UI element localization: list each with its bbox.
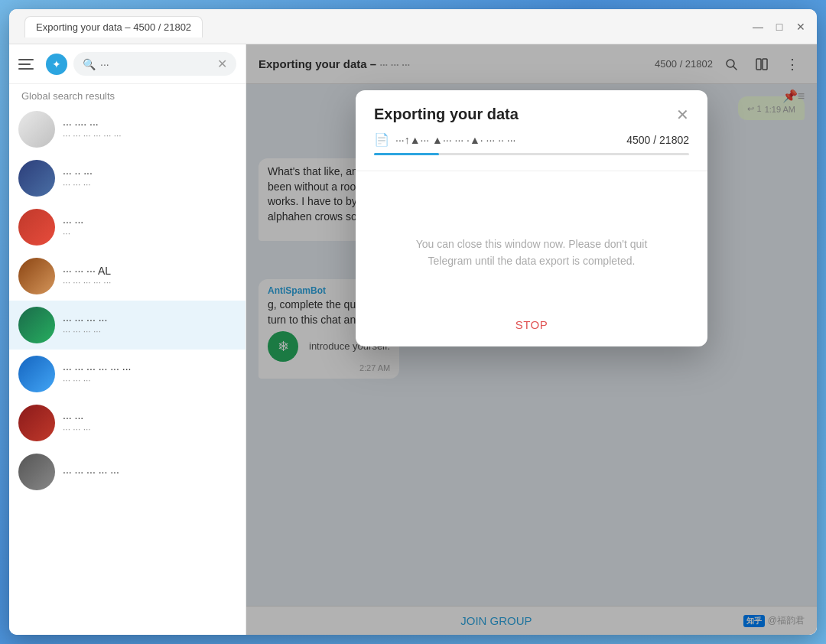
contact-preview: ··· ··· ··· — [63, 179, 236, 190]
modal-divider — [356, 171, 707, 171]
titlebar: Exporting your data – 4500 / 21802 — □ ✕ — [9, 9, 817, 44]
titlebar-tab[interactable]: Exporting your data – 4500 / 21802 — [24, 16, 203, 37]
app-body: ✦ 🔍 ✕ Global search results ··· ···· ···… — [9, 44, 817, 635]
contact-preview: ··· ··· ··· ··· ··· ··· — [63, 130, 236, 141]
modal-header: Exporting your data ✕ — [356, 90, 707, 132]
avatar — [18, 258, 55, 294]
contact-name: ··· ··· ··· ··· ··· ··· — [63, 363, 236, 375]
contact-preview: ··· ··· ··· ··· ··· — [63, 277, 236, 288]
menu-icon[interactable] — [18, 54, 40, 75]
window-controls: — □ ✕ — [751, 20, 808, 34]
contact-name: ··· ·· ··· — [63, 167, 236, 179]
contact-name: ··· ··· ··· AL — [63, 265, 236, 277]
contact-preview: ··· ··· ··· — [63, 424, 236, 434]
search-icon: 🔍 — [83, 58, 96, 70]
list-item[interactable]: ··· ··· ··· ··· ··· — [9, 398, 246, 447]
sidebar-label: Global search results — [9, 84, 246, 105]
avatar — [18, 356, 55, 392]
chat-area: Exporting your data – ··· ··· ··· 4500 /… — [246, 44, 817, 635]
progress-bar-fill — [374, 153, 439, 155]
contact-list: ··· ···· ··· ··· ··· ··· ··· ··· ··· ···… — [9, 105, 246, 635]
progress-label: ···↑▲··· ▲··· ··· ·▲· ··· ·· ··· — [395, 134, 620, 146]
search-bar[interactable]: 🔍 ✕ — [73, 52, 236, 76]
tab-title: Exporting your data – 4500 / 21802 — [36, 21, 191, 33]
list-item[interactable]: ··· ··· ··· ··· ··· — [9, 447, 246, 496]
list-item[interactable]: ··· ··· ··· ··· ··· ··· ··· ··· — [9, 301, 246, 350]
modal-progress-area: 📄 ···↑▲··· ▲··· ··· ·▲· ··· ·· ··· 4500 … — [356, 132, 707, 171]
contact-name: ··· ··· ··· ··· — [63, 314, 236, 326]
avatar — [18, 454, 55, 490]
stop-button[interactable]: STOP — [515, 318, 548, 331]
contact-preview: ··· — [63, 228, 236, 239]
modal-close-button[interactable]: ✕ — [676, 107, 689, 122]
modal-title: Exporting your data — [374, 106, 519, 123]
contact-name: ··· ··· — [63, 216, 236, 228]
list-item[interactable]: ··· ··· ··· AL ··· ··· ··· ··· ··· — [9, 252, 246, 301]
minimize-button[interactable]: — — [751, 20, 765, 34]
list-item[interactable]: ··· ··· ··· ··· ··· ··· ··· ··· ··· — [9, 350, 246, 398]
avatar — [18, 160, 55, 197]
sidebar-header: ✦ 🔍 ✕ — [9, 44, 246, 84]
modal-body: You can close this window now. Please do… — [356, 184, 707, 306]
app-window: Exporting your data – 4500 / 21802 — □ ✕… — [9, 9, 817, 635]
list-item[interactable]: ··· ·· ··· ··· ··· ··· — [9, 154, 246, 203]
search-clear-icon[interactable]: ✕ — [217, 57, 227, 71]
avatar — [18, 307, 55, 343]
file-icon: 📄 — [374, 132, 389, 147]
list-item[interactable]: ··· ··· ··· — [9, 203, 246, 252]
maximize-button[interactable]: □ — [772, 20, 786, 34]
contact-name: ··· ··· ··· ··· ··· — [63, 466, 236, 478]
avatar — [18, 209, 55, 246]
search-input[interactable] — [100, 58, 213, 70]
contact-preview: ··· ··· ··· — [63, 375, 236, 385]
sidebar: ✦ 🔍 ✕ Global search results ··· ···· ···… — [9, 44, 246, 635]
modal-info-text: You can close this window now. Please do… — [416, 236, 648, 270]
contact-name: ··· ···· ··· — [63, 118, 236, 130]
list-item[interactable]: ··· ···· ··· ··· ··· ··· ··· ··· ··· — [9, 105, 246, 154]
telegram-logo: ✦ — [46, 54, 67, 75]
progress-count: 4500 / 21802 — [626, 134, 689, 146]
contact-preview: ··· ··· ··· ··· — [63, 326, 236, 337]
modal-footer: STOP — [356, 306, 707, 346]
contact-name: ··· ··· — [63, 411, 236, 424]
progress-bar-track — [374, 153, 689, 155]
avatar — [18, 405, 55, 441]
close-button[interactable]: ✕ — [794, 20, 808, 34]
export-modal: Exporting your data ✕ 📄 ···↑▲··· ▲··· ··… — [356, 90, 707, 346]
modal-overlay: Exporting your data ✕ 📄 ···↑▲··· ▲··· ··… — [246, 44, 817, 635]
avatar — [18, 111, 55, 148]
